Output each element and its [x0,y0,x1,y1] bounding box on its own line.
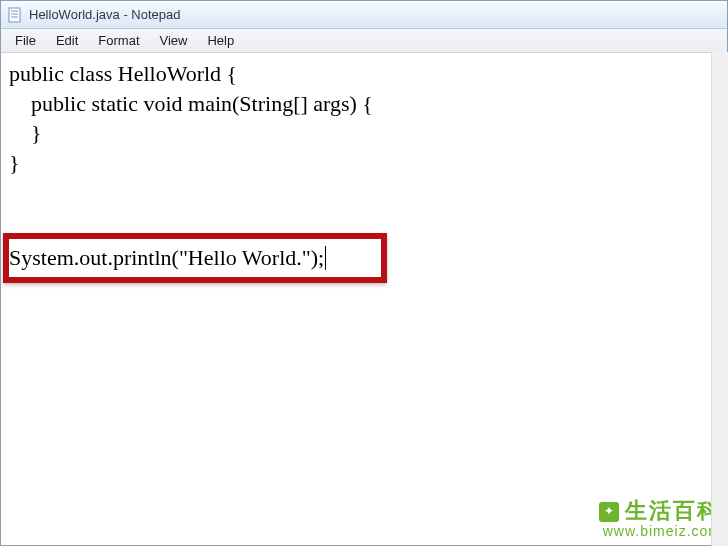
watermark-icon: ✦ [599,502,619,522]
menu-format[interactable]: Format [88,31,149,50]
menu-file[interactable]: File [5,31,46,50]
code-line: public static void main(String[] args) { [9,89,719,119]
watermark-url: www.bimeiz.com [599,524,721,539]
watermark-text: 生活百科 [625,499,721,523]
text-cursor [325,246,326,270]
code-line: } [9,118,719,148]
text-editor[interactable]: public class HelloWorld { public static … [1,53,727,545]
code-line: public class HelloWorld { [9,59,719,89]
vertical-scrollbar[interactable] [711,52,728,546]
menu-edit[interactable]: Edit [46,31,88,50]
highlighted-code-line: System.out.println("Hello World."); [9,243,324,273]
code-line: } [9,148,719,178]
menubar: File Edit Format View Help [1,29,727,53]
notepad-window: HelloWorld.java - Notepad File Edit Form… [0,0,728,546]
highlighted-code-wrap: System.out.println("Hello World."); [9,243,326,273]
window-title: HelloWorld.java - Notepad [29,7,181,22]
menu-help[interactable]: Help [197,31,244,50]
watermark: ✦ 生活百科 www.bimeiz.com [599,499,721,539]
menu-view[interactable]: View [150,31,198,50]
notepad-icon [7,7,23,23]
titlebar[interactable]: HelloWorld.java - Notepad [1,1,727,29]
svg-rect-0 [9,8,20,22]
